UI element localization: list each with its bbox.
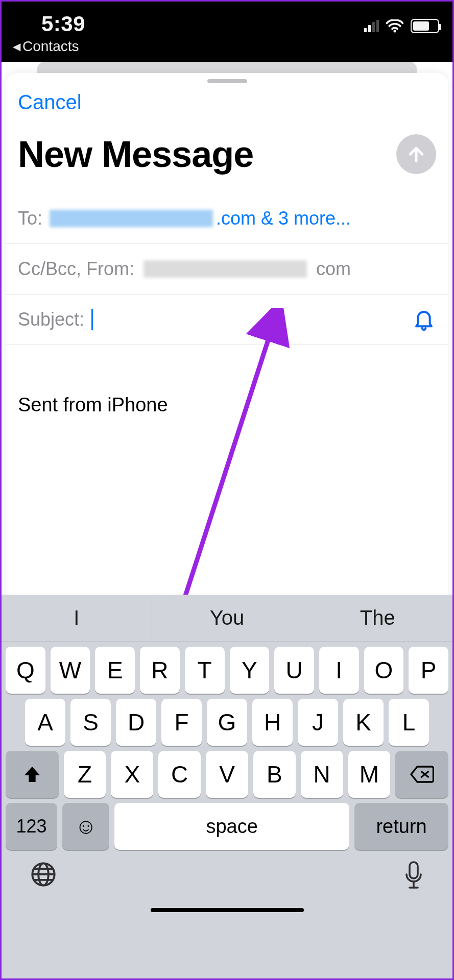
emoji-key[interactable]: ☺ [62,803,109,850]
notify-bell-button[interactable] [414,308,434,331]
key-d[interactable]: D [116,699,156,746]
from-suffix: com [316,258,351,280]
key-h[interactable]: H [252,699,293,746]
key-g[interactable]: G [207,699,247,746]
shift-icon [22,764,42,785]
to-label: To: [18,208,42,229]
backspace-key[interactable] [395,751,448,798]
shift-key[interactable] [6,751,59,798]
suggestion[interactable]: You [152,595,303,641]
svg-point-0 [393,30,396,32]
subject-field[interactable]: Subject: [6,295,448,345]
key-x[interactable]: X [111,751,153,798]
dictation-key[interactable] [403,861,424,896]
key-j[interactable]: J [298,699,338,746]
key-i[interactable]: I [319,647,359,694]
battery-icon [411,19,439,33]
cancel-button[interactable]: Cancel [18,91,82,114]
status-time: 5:39 [41,12,85,36]
key-e[interactable]: E [95,647,135,694]
back-caret-icon: ◀ [13,40,20,53]
numbers-key[interactable]: 123 [6,803,57,850]
suggestion-bar: I You The [2,595,452,642]
globe-key[interactable] [30,861,57,896]
key-u[interactable]: U [274,647,314,694]
compose-title: New Message [18,133,253,175]
to-recipients[interactable]: .com & 3 more... [50,208,351,229]
key-q[interactable]: Q [6,647,45,694]
mic-icon [403,861,424,890]
key-z[interactable]: Z [64,751,106,798]
suggestion[interactable]: The [302,595,452,641]
key-b[interactable]: B [253,751,296,798]
back-to-app-pill[interactable]: ◀ Contacts [13,38,79,55]
suggestion[interactable]: I [2,595,152,641]
subject-input[interactable] [100,309,436,330]
key-f[interactable]: F [161,699,202,746]
cc-bcc-from-field[interactable]: Cc/Bcc, From: com [6,244,448,295]
key-s[interactable]: S [70,699,111,746]
key-m[interactable]: M [348,751,391,798]
to-field[interactable]: To: .com & 3 more... [6,193,448,244]
backspace-icon [410,765,434,783]
emoji-icon: ☺ [75,814,97,839]
redacted-from [144,260,307,278]
key-n[interactable]: N [301,751,343,798]
to-suffix: .com & 3 more... [216,208,351,229]
key-k[interactable]: K [343,699,384,746]
status-bar: 5:39 ◀ Contacts [2,2,452,62]
svg-rect-8 [410,862,418,878]
ccbcc-from-label: Cc/Bcc, From: [18,258,134,280]
key-v[interactable]: V [206,751,248,798]
key-r[interactable]: R [140,647,180,694]
space-key[interactable]: space [114,803,349,850]
key-p[interactable]: P [409,647,448,694]
keyboard: I You The Q W E R T Y U I O P A S D F G … [2,595,452,978]
text-cursor [91,309,93,330]
key-o[interactable]: O [364,647,404,694]
cellular-signal-icon [364,20,379,32]
key-a[interactable]: A [25,699,65,746]
wifi-icon [386,19,403,33]
key-t[interactable]: T [185,647,225,694]
key-y[interactable]: Y [230,647,270,694]
redacted-recipient [50,210,213,227]
key-l[interactable]: L [389,699,429,746]
subject-label: Subject: [18,309,84,330]
bell-icon [414,308,434,331]
send-button[interactable] [396,134,436,174]
return-key[interactable]: return [354,803,448,850]
globe-icon [30,861,57,888]
key-c[interactable]: C [158,751,201,798]
sheet-grabber[interactable] [207,79,247,83]
home-indicator[interactable] [151,908,304,912]
arrow-up-icon [406,144,426,164]
body-signature: Sent from iPhone [18,394,436,416]
back-app-label: Contacts [22,38,79,55]
key-w[interactable]: W [51,647,90,694]
